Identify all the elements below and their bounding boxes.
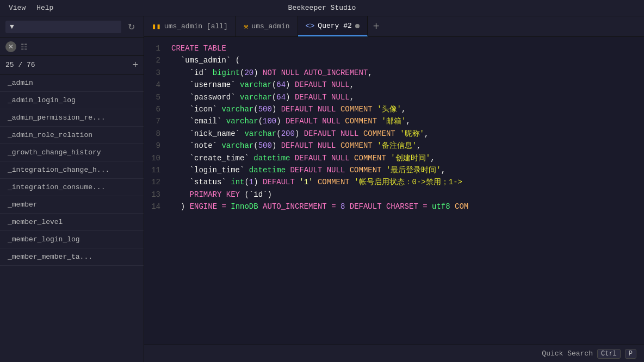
code-content: CREATE TABLE `ums_admin` ( `id` bigint(2… [166, 42, 644, 339]
query-icon: <> [306, 22, 315, 30]
sidebar-item[interactable]: _member [0, 196, 144, 214]
code-editor[interactable]: 1 2 3 4 5 6 7 8 9 10 11 12 13 14 CREATE … [144, 37, 644, 345]
table-list: _admin_admin_login_log_admin_permission_… [0, 74, 144, 362]
tab-label-struct: ums_admin [251, 22, 289, 30]
dropdown-arrow: ▼ [10, 23, 14, 31]
sidebar-item[interactable]: _admin [0, 74, 144, 92]
filter-icon: ☷ [21, 42, 28, 52]
app-title: Beekeeper Studio [288, 4, 356, 12]
sidebar-item[interactable]: _admin_login_log [0, 92, 144, 109]
wrench-icon: ⚒ [244, 22, 248, 31]
sidebar-item[interactable]: _integration_change_h... [0, 161, 144, 179]
add-table-button[interactable]: + [132, 59, 138, 71]
table-count: 25 / 76 [5, 61, 35, 69]
sidebar-item[interactable]: _member_level [0, 214, 144, 231]
p-key: P [625, 349, 636, 359]
refresh-button[interactable]: ↻ [125, 21, 138, 33]
tab-ums-admin-struct[interactable]: ⚒ ums_admin [236, 16, 298, 36]
sidebar-item[interactable]: _member_login_log [0, 231, 144, 248]
tab-query2[interactable]: <> Query #2 [298, 16, 368, 36]
add-tab-button[interactable]: + [368, 16, 385, 36]
tabs-bar: ▮▮ ums_admin [all] ⚒ ums_admin <> Query … [144, 16, 644, 37]
bottom-bar: Quick Search Ctrl P [144, 345, 644, 362]
filter-row: ✕ ☷ [0, 38, 144, 56]
count-row: 25 / 76 + [0, 56, 144, 74]
sidebar-item[interactable]: _integration_consume... [0, 179, 144, 196]
title-bar: View Help Beekeeper Studio [0, 0, 644, 16]
sidebar-top: ▼ ↻ [0, 16, 144, 38]
menu-bar: View Help [9, 4, 53, 12]
connection-dropdown[interactable]: ▼ [5, 21, 121, 33]
sidebar: ▼ ↻ ✕ ☷ 25 / 76 + _admin_admin_login_log… [0, 16, 144, 362]
sidebar-item[interactable]: _admin_permission_re... [0, 109, 144, 127]
main-layout: ▼ ↻ ✕ ☷ 25 / 76 + _admin_admin_login_log… [0, 16, 644, 362]
tab-label-all: ums_admin [all] [164, 22, 228, 30]
sidebar-item[interactable]: _admin_role_relation [0, 127, 144, 144]
content-area: ▮▮ ums_admin [all] ⚒ ums_admin <> Query … [144, 16, 644, 362]
unsaved-dot [355, 24, 360, 28]
quick-search-label: Quick Search [542, 349, 593, 358]
sidebar-item[interactable]: _member_member_ta... [0, 248, 144, 266]
sidebar-item[interactable]: _growth_change_history [0, 144, 144, 161]
tab-label-query: Query #2 [318, 22, 351, 30]
ctrl-key: Ctrl [597, 349, 621, 359]
menu-help[interactable]: Help [36, 4, 53, 12]
clear-filter-button[interactable]: ✕ [5, 41, 16, 52]
line-numbers: 1 2 3 4 5 6 7 8 9 10 11 12 13 14 [144, 42, 166, 339]
tab-ums-admin-all[interactable]: ▮▮ ums_admin [all] [144, 16, 236, 36]
menu-view[interactable]: View [9, 4, 26, 12]
table-icon: ▮▮ [152, 22, 161, 31]
